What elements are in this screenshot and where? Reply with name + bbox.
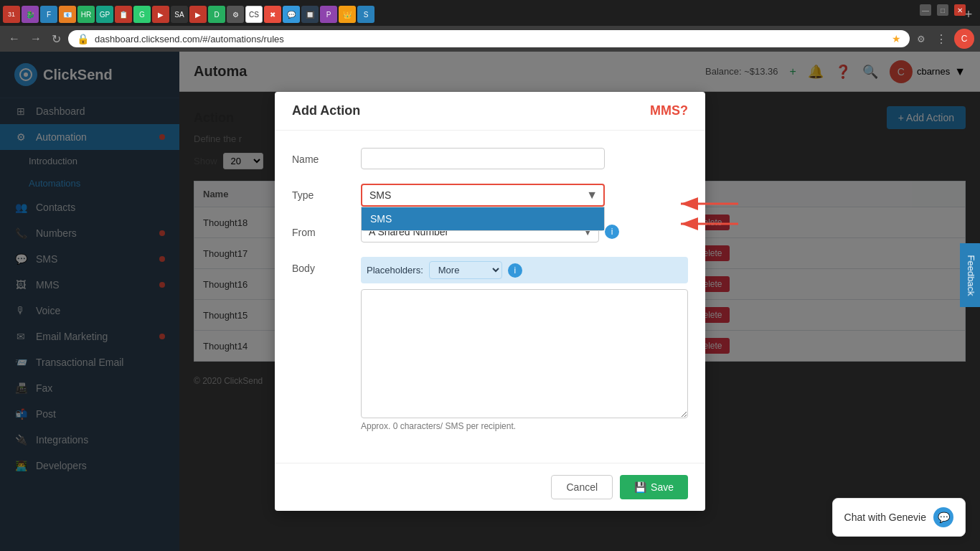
modal-overlay[interactable]: Add Action MMS? Name Type SMS MMS E: [0, 52, 980, 551]
save-label: Save: [651, 481, 674, 493]
tab-3[interactable]: F: [40, 6, 57, 23]
close-button[interactable]: ✕: [954, 4, 966, 16]
tab-16[interactable]: 💬: [283, 6, 300, 23]
address-bar[interactable]: 🔒 dashboard.clicksend.com/#/automations/…: [68, 30, 910, 47]
tab-5[interactable]: HR: [77, 6, 95, 23]
char-count: Approx. 0 characters/ SMS per recipient.: [361, 421, 688, 431]
tab-1[interactable]: 31: [3, 6, 20, 23]
placeholder-bar: Placeholders: More First Name Last Name …: [361, 257, 688, 283]
dropdown-item-sms[interactable]: SMS: [362, 207, 604, 230]
tab-active[interactable]: CS: [245, 6, 263, 23]
name-input[interactable]: [361, 148, 605, 169]
back-button[interactable]: ←: [6, 31, 23, 47]
modal-body: Name Type SMS MMS Email Voice ▼: [275, 131, 705, 463]
tab-2[interactable]: 🐉: [22, 6, 39, 23]
browser-tabs: 31 🐉 F 📧 HR GP 📋 G ▶ SA ▶ D ⚙ CS ✖ 💬 🔲 P…: [0, 0, 980, 26]
minimize-button[interactable]: —: [920, 4, 931, 16]
chat-widget[interactable]: Chat with Genevie 💬: [832, 498, 966, 537]
browser-chrome: 31 🐉 F 📧 HR GP 📋 G ▶ SA ▶ D ⚙ CS ✖ 💬 🔲 P…: [0, 0, 980, 52]
tab-15[interactable]: ✖: [264, 6, 281, 23]
body-info-icon[interactable]: i: [508, 263, 522, 278]
tab-12[interactable]: D: [208, 6, 225, 23]
body-textarea[interactable]: [361, 289, 688, 418]
extensions-button[interactable]: ⚙: [914, 32, 928, 46]
type-select-wrapper: SMS MMS Email Voice ▼ SMS: [361, 184, 605, 207]
more-select[interactable]: More First Name Last Name Email: [429, 261, 502, 279]
cancel-button[interactable]: Cancel: [551, 475, 613, 499]
tab-9[interactable]: ▶: [152, 6, 169, 23]
save-icon: 💾: [634, 481, 646, 493]
from-label: From: [292, 221, 349, 238]
tab-7[interactable]: 📋: [115, 6, 132, 23]
tab-6[interactable]: GP: [96, 6, 113, 23]
body-content-wrapper: Placeholders: More First Name Last Name …: [361, 257, 688, 431]
mms-badge: MMS?: [650, 103, 688, 118]
maximize-button[interactable]: □: [937, 4, 948, 16]
placeholders-label: Placeholders:: [367, 265, 423, 276]
name-field-group: Name: [292, 148, 688, 169]
save-button[interactable]: 💾 Save: [620, 475, 688, 499]
from-info-icon[interactable]: i: [605, 225, 619, 239]
tab-17[interactable]: 🔲: [301, 6, 319, 23]
profile-avatar[interactable]: C: [954, 29, 974, 49]
browser-toolbar: ← → ↻ 🔒 dashboard.clicksend.com/#/automa…: [0, 26, 980, 52]
body-label: Body: [292, 257, 349, 274]
type-select[interactable]: SMS MMS Email Voice: [361, 184, 605, 207]
url-text: dashboard.clicksend.com/#/automations/ru…: [95, 34, 886, 44]
modal-header: Add Action MMS?: [275, 92, 705, 131]
app-container: ClickSend ⊞ Dashboard ⚙ Automation Intro…: [0, 52, 980, 551]
chat-text: Chat with Genevie: [844, 512, 926, 523]
tab-13[interactable]: ⚙: [227, 6, 244, 23]
modal-title: Add Action: [292, 103, 360, 118]
modal-footer: Cancel 💾 Save: [275, 463, 705, 511]
type-dropdown-list: SMS: [361, 207, 605, 231]
tab-10[interactable]: SA: [171, 6, 188, 23]
type-label: Type: [292, 184, 349, 201]
type-field-group: Type SMS MMS Email Voice ▼ SMS: [292, 184, 688, 207]
name-label: Name: [292, 148, 349, 165]
more-menu-button[interactable]: ⋮: [933, 31, 950, 47]
tab-11[interactable]: ▶: [189, 6, 207, 23]
tab-8[interactable]: G: [133, 6, 151, 23]
arrow-annotation-2: [674, 211, 745, 237]
tab-20[interactable]: S: [357, 6, 374, 23]
body-field-group: Body Placeholders: More First Name Last …: [292, 257, 688, 431]
tab-18[interactable]: P: [320, 6, 337, 23]
refresh-button[interactable]: ↻: [49, 31, 64, 47]
add-action-modal: Add Action MMS? Name Type SMS MMS E: [275, 92, 705, 511]
forward-button[interactable]: →: [27, 31, 44, 47]
tab-bar: 31 🐉 F 📧 HR GP 📋 G ▶ SA ▶ D ⚙ CS ✖ 💬 🔲 P…: [3, 6, 960, 23]
chat-icon: 💬: [933, 507, 953, 527]
tab-4[interactable]: 📧: [59, 6, 76, 23]
feedback-tab[interactable]: Feedback: [960, 243, 980, 307]
tab-19[interactable]: 👑: [339, 6, 356, 23]
